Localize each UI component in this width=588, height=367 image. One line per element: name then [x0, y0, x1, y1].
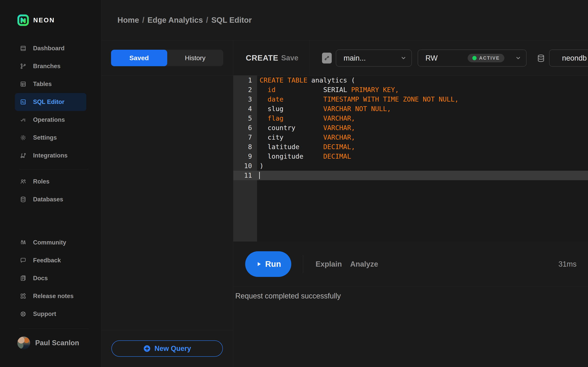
sidebar-nav-main: Dashboard Branches Tables SQL Editor Ope… — [0, 39, 101, 165]
sidebar-item-settings[interactable]: Settings — [0, 129, 101, 147]
code-lines: 1 CREATE TABLE analytics ( 2 id SERIAL P… — [233, 75, 588, 180]
dashboard-icon — [19, 45, 27, 52]
breadcrumb-separator: / — [206, 16, 208, 25]
run-bar-divider — [303, 255, 303, 273]
sql-editor-panel: CREATE Save main... RW ACTIVE neondb — [233, 40, 588, 367]
sidebar: NEON Dashboard Branches Tables SQL Edito… — [0, 0, 101, 367]
databases-icon — [19, 196, 27, 203]
sidebar-item-support[interactable]: Support — [0, 305, 101, 323]
breadcrumb: Home / Edge Analytics / SQL Editor — [117, 16, 252, 25]
sidebar-item-tables[interactable]: Tables — [0, 75, 101, 93]
release-notes-icon — [19, 292, 27, 300]
operations-icon — [19, 116, 27, 124]
code-line-active: 11 — [233, 171, 588, 180]
database-select-value: neondb — [562, 54, 587, 62]
active-dot-icon — [472, 56, 476, 60]
database-icon — [536, 53, 546, 63]
compute-select-value: RW — [425, 54, 438, 62]
sidebar-divider — [19, 169, 88, 169]
code-line: 2 id SERIAL PRIMARY KEY, — [233, 85, 588, 95]
integrations-icon — [19, 152, 27, 159]
sidebar-item-feedback[interactable]: Feedback — [0, 251, 101, 269]
sidebar-item-dashboard[interactable]: Dashboard — [0, 39, 101, 57]
code-line: 3 date TIMESTAMP WITH TIME ZONE NOT NULL… — [233, 95, 588, 104]
sidebar-nav-support: Community Feedback Docs Release notes Su… — [0, 234, 101, 323]
breadcrumb-current: SQL Editor — [211, 16, 252, 25]
sidebar-item-release-notes[interactable]: Release notes — [0, 287, 101, 305]
text-cursor — [259, 172, 260, 179]
code-line: 8 latitude DECIMAL, — [233, 142, 588, 152]
code-line: 10 ) — [233, 161, 588, 171]
branch-button[interactable] — [322, 53, 332, 64]
branch-icon — [324, 55, 330, 61]
sidebar-item-databases[interactable]: Databases — [0, 191, 101, 208]
breadcrumb-separator: / — [142, 16, 144, 25]
results-area: Request completed successfully — [233, 287, 588, 300]
neon-logo[interactable]: NEON — [17, 14, 55, 26]
avatar — [17, 336, 30, 349]
code-line: 9 longitude DECIMAL — [233, 152, 588, 161]
query-panel: Saved History New Query — [101, 40, 233, 367]
branches-icon — [19, 63, 27, 70]
tab-saved[interactable]: Saved — [111, 50, 167, 66]
code-line: 7 city VARCHAR, — [233, 133, 588, 142]
sidebar-item-sql-editor[interactable]: SQL Editor — [15, 93, 86, 111]
saved-query-list[interactable] — [101, 75, 233, 330]
community-icon — [19, 239, 27, 246]
sidebar-item-docs[interactable]: Docs — [0, 269, 101, 287]
brand-name: NEON — [33, 17, 55, 24]
sidebar-nav-data: Roles Databases — [0, 173, 101, 208]
user-menu[interactable]: Paul Scanlon — [17, 336, 79, 349]
settings-gear-icon — [19, 134, 27, 141]
query-duration: 31ms — [558, 242, 577, 287]
plus-icon — [143, 345, 151, 352]
sidebar-item-integrations[interactable]: Integrations — [0, 147, 101, 165]
play-icon — [256, 261, 262, 267]
query-panel-footer: New Query — [101, 330, 233, 367]
chevron-down-icon — [401, 55, 406, 61]
sql-code-editor[interactable]: 1 CREATE TABLE analytics ( 2 id SERIAL P… — [233, 75, 588, 242]
breadcrumb-project[interactable]: Edge Analytics — [147, 16, 203, 25]
run-bar: Run Explain Analyze 31ms — [233, 242, 588, 287]
sidebar-item-roles[interactable]: Roles — [0, 173, 101, 191]
results-message: Request completed successfully — [235, 292, 341, 300]
analyze-button[interactable]: Analyze — [350, 242, 378, 287]
status-badge: ACTIVE — [468, 54, 504, 62]
branch-select[interactable]: main... — [336, 50, 412, 67]
user-name: Paul Scanlon — [35, 339, 79, 347]
branch-select-value: main... — [344, 54, 366, 62]
roles-icon — [19, 178, 27, 185]
feedback-chat-icon — [19, 257, 27, 264]
neon-logo-icon — [17, 14, 29, 26]
code-line: 6 country VARCHAR, — [233, 123, 588, 133]
tab-history[interactable]: History — [167, 50, 224, 66]
topbar: Home / Edge Analytics / SQL Editor — [101, 0, 588, 40]
explain-button[interactable]: Explain — [316, 242, 342, 287]
database-select[interactable]: neondb — [549, 50, 588, 67]
sql-editor-icon — [19, 98, 27, 106]
run-button[interactable]: Run — [245, 251, 291, 277]
sidebar-item-operations[interactable]: Operations — [0, 111, 101, 129]
sidebar-item-branches[interactable]: Branches — [0, 57, 101, 75]
code-line: 1 CREATE TABLE analytics ( — [233, 75, 588, 85]
breadcrumb-home[interactable]: Home — [117, 16, 139, 25]
query-title: CREATE — [246, 40, 278, 75]
saved-history-toggle: Saved History — [111, 50, 223, 66]
compute-select[interactable]: RW ACTIVE — [418, 50, 527, 67]
toolbar-divider — [310, 40, 310, 75]
code-line: 5 flag VARCHAR, — [233, 114, 588, 123]
save-button[interactable]: Save — [281, 40, 298, 75]
sidebar-item-community[interactable]: Community — [0, 234, 101, 251]
new-query-button[interactable]: New Query — [112, 340, 223, 357]
docs-icon — [19, 275, 27, 282]
tables-icon — [19, 80, 27, 88]
support-lifering-icon — [19, 310, 27, 318]
code-line: 4 slug VARCHAR NOT NULL, — [233, 104, 588, 114]
query-panel-toolbar: Saved History — [101, 40, 233, 75]
chevron-down-icon — [515, 55, 521, 61]
editor-toolbar: CREATE Save main... RW ACTIVE neondb — [233, 40, 588, 75]
